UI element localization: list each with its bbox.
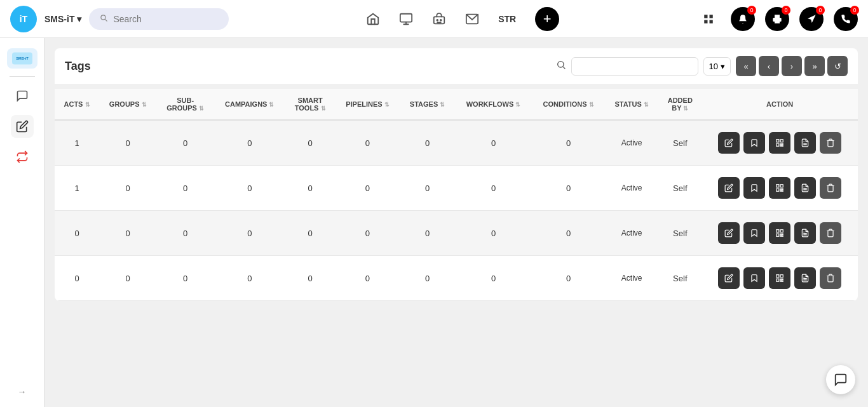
- svg-rect-26: [780, 190, 781, 191]
- qr-action-btn[interactable]: [769, 132, 790, 154]
- copy-action-btn[interactable]: [743, 132, 765, 154]
- col-acts[interactable]: ACTS ⇅: [55, 89, 99, 120]
- svg-rect-35: [780, 236, 781, 236]
- str-label[interactable]: STR: [498, 14, 516, 24]
- table-row: 000000000ActiveSelf: [55, 211, 858, 256]
- tags-search-input[interactable]: [571, 57, 698, 76]
- svg-rect-24: [780, 189, 782, 190]
- col-conditions[interactable]: CONDITIONS ⇅: [532, 89, 605, 120]
- first-page-btn[interactable]: «: [736, 56, 756, 76]
- cell-added-by-2: Self: [658, 211, 702, 256]
- delete-action-btn[interactable]: [820, 222, 841, 244]
- cell-smart_tools-1: 0: [285, 166, 336, 211]
- grid-icon-btn[interactable]: [696, 7, 721, 31]
- monitor-icon[interactable]: [399, 12, 413, 26]
- svg-rect-13: [780, 140, 783, 142]
- delete-action-btn[interactable]: [820, 177, 841, 199]
- col-stages[interactable]: STAGES ⇅: [400, 89, 455, 120]
- col-pipelines[interactable]: PIPELINES ⇅: [336, 89, 400, 120]
- delete-action-btn[interactable]: [820, 132, 841, 154]
- svg-rect-45: [782, 281, 783, 281]
- megaphone-icon-btn[interactable]: 0: [799, 7, 824, 31]
- cell-campaigns-2: 0: [214, 211, 285, 256]
- edit-action-btn[interactable]: [718, 177, 740, 199]
- cell-acts-1: 1: [55, 166, 99, 211]
- action-buttons: [708, 132, 851, 154]
- col-added-by[interactable]: ADDEDBY ⇅: [658, 89, 702, 120]
- per-page-value: 10: [709, 62, 718, 71]
- cell-sub_groups-2: 0: [156, 211, 214, 256]
- copy-action-btn[interactable]: [743, 222, 765, 244]
- edit-action-btn[interactable]: [718, 222, 740, 244]
- status-badge: Active: [615, 271, 649, 285]
- copy-action-btn[interactable]: [743, 267, 765, 289]
- sidebar-collapse-arrow[interactable]: →: [18, 387, 27, 397]
- search-input[interactable]: [113, 14, 219, 24]
- delete-action-btn[interactable]: [820, 267, 841, 289]
- refresh-btn[interactable]: ↺: [827, 56, 848, 76]
- col-sub-groups[interactable]: SUB-GROUPS ⇅: [156, 89, 214, 120]
- svg-point-10: [557, 62, 563, 67]
- qr-action-btn[interactable]: [769, 267, 790, 289]
- col-workflows[interactable]: WORKFLOWS ⇅: [455, 89, 532, 120]
- phone-icon-btn[interactable]: 0: [834, 7, 858, 31]
- copy-action-btn[interactable]: [743, 177, 765, 199]
- status-badge: Active: [615, 226, 649, 240]
- envelope-icon[interactable]: [465, 12, 479, 26]
- home-icon[interactable]: [366, 12, 380, 26]
- svg-rect-39: [776, 275, 779, 277]
- cell-workflows-0: 0: [455, 120, 532, 166]
- action-buttons: [708, 267, 851, 289]
- print-icon-btn[interactable]: 0: [765, 7, 789, 31]
- qr-action-btn[interactable]: [769, 222, 790, 244]
- svg-rect-23: [776, 189, 779, 191]
- svg-line-11: [563, 67, 565, 69]
- col-groups[interactable]: GROUPS ⇅: [99, 89, 156, 120]
- svg-rect-0: [400, 13, 412, 22]
- svg-point-4: [437, 19, 438, 20]
- brand-name[interactable]: SMS-iT ▾: [44, 14, 81, 24]
- svg-text:SMS-iT: SMS-iT: [16, 57, 29, 60]
- doc-action-btn[interactable]: [794, 267, 816, 289]
- doc-action-btn[interactable]: [794, 177, 816, 199]
- col-smart-tools[interactable]: SMARTTOOLS ⇅: [285, 89, 336, 120]
- sidebar-logo: SMS-iT: [7, 48, 37, 69]
- doc-action-btn[interactable]: [794, 132, 816, 154]
- edit-action-btn[interactable]: [718, 267, 740, 289]
- cell-groups-2: 0: [99, 211, 156, 256]
- sidebar-item-sms[interactable]: [11, 84, 34, 107]
- chat-bubble[interactable]: [826, 365, 855, 394]
- col-campaigns[interactable]: CAMPAIGNS ⇅: [214, 89, 285, 120]
- cell-conditions-2: 0: [532, 211, 605, 256]
- cell-stages-2: 0: [400, 211, 455, 256]
- sidebar-item-edit[interactable]: [11, 115, 34, 138]
- add-button[interactable]: +: [535, 7, 559, 31]
- cell-workflows-1: 0: [455, 166, 532, 211]
- edit-action-btn[interactable]: [718, 132, 740, 154]
- cell-sub_groups-3: 0: [156, 256, 214, 301]
- per-page-select[interactable]: 10 ▾: [703, 57, 731, 76]
- table-body: 100000000ActiveSelf100000000ActiveSelf00…: [55, 120, 858, 301]
- cell-smart_tools-0: 0: [285, 120, 336, 166]
- doc-action-btn[interactable]: [794, 222, 816, 244]
- cell-added-by-0: Self: [658, 120, 702, 166]
- search-bar[interactable]: [89, 8, 229, 30]
- tags-header: Tags 10 ▾ « ‹ › » ↺: [55, 48, 858, 84]
- bell-icon-btn[interactable]: 0: [731, 7, 755, 31]
- cell-conditions-1: 0: [532, 166, 605, 211]
- col-status[interactable]: STATUS ⇅: [605, 89, 658, 120]
- sidebar-item-pipeline[interactable]: [11, 145, 34, 168]
- brand-avatar: iT: [10, 6, 37, 32]
- last-page-btn[interactable]: »: [804, 56, 825, 76]
- svg-rect-15: [780, 143, 782, 145]
- cell-workflows-3: 0: [455, 256, 532, 301]
- cell-action-0: [702, 120, 858, 166]
- robot-icon[interactable]: [432, 12, 446, 26]
- nav-center-icons: STR +: [236, 7, 689, 31]
- phone-badge: 0: [850, 6, 859, 15]
- next-page-btn[interactable]: ›: [782, 56, 802, 76]
- tags-table: ACTS ⇅ GROUPS ⇅ SUB-GROUPS ⇅ CAMPAIGNS ⇅…: [55, 89, 858, 301]
- prev-page-btn[interactable]: ‹: [759, 56, 779, 76]
- tags-search-icon[interactable]: [556, 60, 566, 72]
- qr-action-btn[interactable]: [769, 177, 790, 199]
